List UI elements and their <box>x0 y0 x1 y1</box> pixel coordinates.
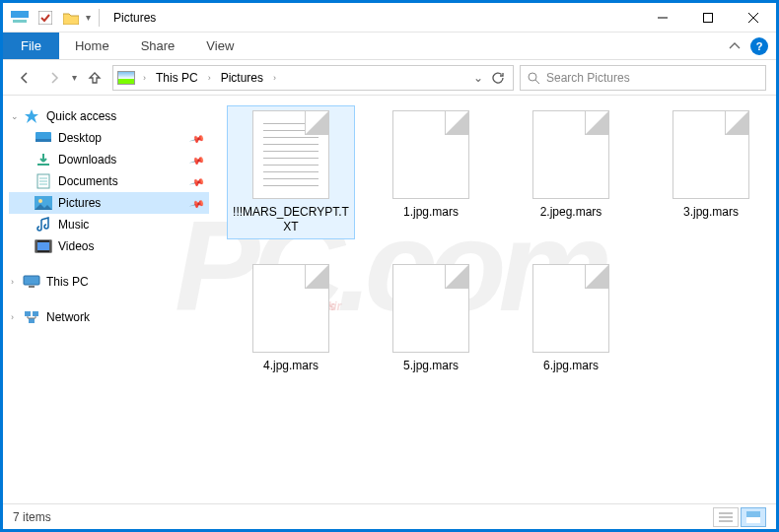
file-item[interactable]: 2.jpeg.mars <box>507 105 635 239</box>
maximize-button[interactable] <box>685 3 731 33</box>
thumbnails-view-button[interactable] <box>741 507 766 527</box>
svg-line-9 <box>535 80 539 84</box>
search-placeholder: Search Pictures <box>546 71 630 85</box>
file-thumbnail-icon <box>252 110 329 199</box>
file-name: 1.jpg.mars <box>403 205 459 220</box>
chevron-right-icon[interactable]: › <box>269 73 280 83</box>
file-tab[interactable]: File <box>3 33 59 59</box>
file-thumbnail-icon <box>673 110 749 199</box>
titlebar: ▾ Pictures <box>3 3 776 33</box>
computer-icon <box>23 274 40 290</box>
sidebar-item-videos[interactable]: Videos <box>9 235 209 257</box>
svg-rect-11 <box>35 139 51 142</box>
tab-view[interactable]: View <box>190 33 249 59</box>
svg-rect-20 <box>37 242 49 250</box>
svg-rect-23 <box>24 276 39 285</box>
sidebar-item-label: Music <box>58 218 89 232</box>
folder-app-icon <box>9 7 31 29</box>
file-thumbnail-icon <box>532 264 609 353</box>
svg-rect-22 <box>49 240 51 252</box>
star-icon <box>23 108 40 124</box>
sidebar-item-label: Downloads <box>58 153 116 166</box>
search-input[interactable]: Search Pictures <box>520 65 766 91</box>
sidebar-item-pictures[interactable]: Pictures📌 <box>9 192 209 214</box>
file-item[interactable]: 4.jpg.mars <box>227 259 355 378</box>
up-button[interactable] <box>83 66 106 90</box>
details-view-button[interactable] <box>713 507 739 527</box>
sidebar-item-label: Desktop <box>58 131 102 145</box>
sidebar-item-label: Network <box>46 310 90 324</box>
svg-rect-25 <box>25 311 31 316</box>
file-name: !!!MARS_DECRYPT.TXT <box>232 205 350 234</box>
sidebar-item-downloads[interactable]: Downloads📌 <box>9 149 209 170</box>
sidebar-item-desktop[interactable]: Desktop📌 <box>9 127 209 149</box>
sidebar-item-label: Videos <box>58 239 94 253</box>
ribbon-collapse-icon[interactable] <box>729 41 741 51</box>
pin-icon: 📌 <box>189 130 205 146</box>
svg-rect-26 <box>33 311 38 316</box>
close-button[interactable] <box>731 3 776 33</box>
minimize-button[interactable] <box>640 3 685 33</box>
file-thumbnail-icon <box>392 264 469 353</box>
svg-rect-21 <box>35 240 37 252</box>
refresh-icon[interactable] <box>491 71 505 85</box>
sidebar-item-label: This PC <box>46 275 89 289</box>
downloads-icon <box>35 152 52 167</box>
sidebar-item-label: Quick access <box>46 109 116 123</box>
qat-properties-icon[interactable] <box>35 7 56 29</box>
file-thumbnail-icon <box>532 110 609 199</box>
file-thumbnail-icon <box>252 264 329 353</box>
sidebar-item-label: Pictures <box>58 196 101 210</box>
address-dropdown-icon[interactable]: ⌄ <box>473 71 483 85</box>
address-bar[interactable]: › This PC › Pictures › ⌄ <box>112 65 514 91</box>
file-thumbnail-icon <box>392 110 469 199</box>
qat-dropdown-icon[interactable]: ▾ <box>86 12 91 23</box>
qat-newfolder-icon[interactable] <box>60 7 82 29</box>
svg-point-18 <box>38 199 42 203</box>
svg-rect-3 <box>38 11 52 25</box>
navbar: ▾ › This PC › Pictures › ⌄ Search Pictur… <box>3 60 776 96</box>
tab-share[interactable]: Share <box>125 33 191 59</box>
svg-rect-12 <box>37 164 49 166</box>
sidebar-item-music[interactable]: Music <box>9 214 209 235</box>
svg-rect-32 <box>746 517 760 523</box>
svg-rect-5 <box>704 13 713 22</box>
file-name: 4.jpg.mars <box>263 359 319 373</box>
chevron-down-icon[interactable]: ⌄ <box>11 111 19 121</box>
chevron-right-icon[interactable]: › <box>204 73 215 83</box>
breadcrumb-segment[interactable]: Pictures <box>219 71 265 85</box>
file-item[interactable]: 5.jpg.mars <box>367 259 495 378</box>
file-item[interactable]: 3.jpg.mars <box>647 105 775 239</box>
file-item[interactable]: 1.jpg.mars <box>367 105 495 239</box>
forward-button[interactable] <box>42 66 66 90</box>
chevron-right-icon[interactable]: › <box>139 73 150 83</box>
pictures-icon <box>35 195 52 211</box>
sidebar-quick-access[interactable]: ⌄ Quick access <box>9 105 209 127</box>
file-item[interactable]: 6.jpg.mars <box>507 259 635 378</box>
breadcrumb-segment[interactable]: This PC <box>154 71 200 85</box>
svg-point-8 <box>529 73 536 81</box>
chevron-right-icon[interactable]: › <box>11 277 14 287</box>
statusbar: 7 items <box>3 503 776 529</box>
window-title: Pictures <box>113 11 156 25</box>
file-pane[interactable]: !!!MARS_DECRYPT.TXT1.jpg.mars2.jpeg.mars… <box>215 96 776 503</box>
back-button[interactable] <box>13 66 36 90</box>
pin-icon: 📌 <box>189 173 205 189</box>
sidebar-network[interactable]: › Network <box>9 306 209 328</box>
recent-dropdown-icon[interactable]: ▾ <box>72 72 77 83</box>
file-name: 2.jpeg.mars <box>540 205 602 220</box>
sidebar-item-documents[interactable]: Documents📌 <box>9 170 209 192</box>
ribbon: File Home Share View ? <box>3 33 776 60</box>
file-name: 5.jpg.mars <box>403 359 459 373</box>
chevron-right-icon[interactable]: › <box>11 312 14 322</box>
videos-icon <box>35 238 52 254</box>
music-icon <box>35 217 52 233</box>
pin-icon: 📌 <box>189 152 205 167</box>
sidebar-this-pc[interactable]: › This PC <box>9 271 209 293</box>
desktop-icon <box>35 130 52 146</box>
file-item[interactable]: !!!MARS_DECRYPT.TXT <box>227 105 355 239</box>
tab-home[interactable]: Home <box>59 33 125 59</box>
network-icon <box>23 309 40 325</box>
help-icon[interactable]: ? <box>750 37 768 55</box>
sidebar: ⌄ Quick access Desktop📌Downloads📌Documen… <box>3 96 215 503</box>
